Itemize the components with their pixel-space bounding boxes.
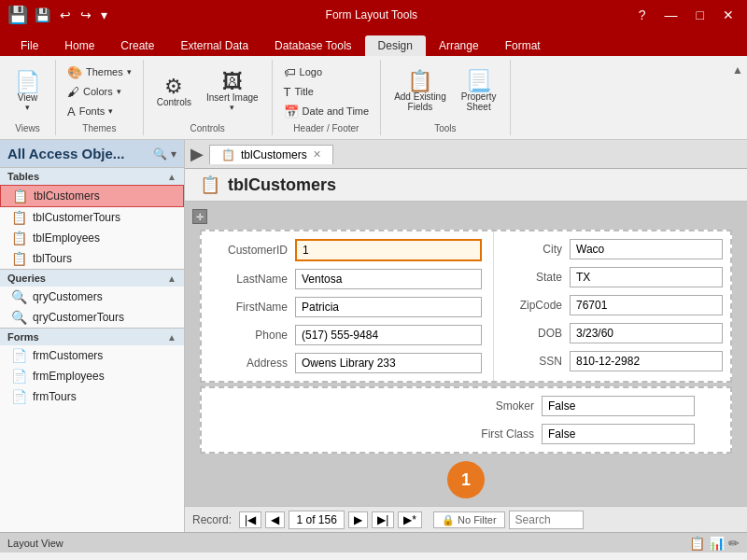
view-button[interactable]: 📄 View ▾ (9, 68, 46, 116)
minimize-button[interactable]: — (659, 6, 684, 24)
tab-database-tools[interactable]: Database Tools (261, 35, 365, 56)
sidebar-search-button[interactable]: 🔍 (153, 147, 167, 161)
controls-button[interactable]: ⚙ Controls (151, 73, 197, 111)
doc-tab-close-button[interactable]: ✕ (313, 148, 321, 161)
add-existing-fields-icon: 📋 (407, 71, 432, 91)
sidebar-item-tblcustomers[interactable]: 📋 tblCustomers (0, 185, 184, 207)
themes-button[interactable]: 🎨 Themes ▾ (63, 63, 135, 81)
qat-dropdown-button[interactable]: ▾ (98, 6, 110, 24)
undo-button[interactable]: ↩ (57, 6, 74, 24)
new-record-button[interactable]: ▶* (398, 511, 422, 528)
firstclass-field[interactable] (542, 424, 695, 444)
status-icon-design[interactable]: ✏ (728, 536, 740, 551)
form-row-state: State (494, 263, 730, 291)
close-button[interactable]: ✕ (717, 6, 740, 24)
sidebar-item-tblcustomertours[interactable]: 📋 tblCustomerTours (0, 207, 184, 228)
firstname-field[interactable] (295, 297, 482, 317)
ssn-field[interactable] (570, 351, 723, 371)
no-filter-button[interactable]: 🔒 No Filter (433, 513, 505, 526)
controls-icon: ⚙ (164, 77, 183, 97)
frmtours-icon: 📄 (11, 389, 27, 404)
prev-record-button[interactable]: ◀ (265, 511, 285, 528)
phone-field[interactable] (295, 325, 482, 345)
title-button[interactable]: T Title (280, 83, 374, 101)
tab-format[interactable]: Format (492, 35, 554, 56)
first-record-button[interactable]: |◀ (239, 511, 261, 528)
last-record-button[interactable]: ▶| (372, 511, 394, 528)
tab-external-data[interactable]: External Data (167, 35, 261, 56)
date-time-icon: 📅 (284, 105, 299, 119)
orange-circle[interactable]: 1 (447, 461, 485, 498)
ribbon-tabs: File Home Create External Data Database … (0, 30, 747, 56)
colors-button[interactable]: 🖌 Colors ▾ (63, 83, 135, 101)
tables-collapse-arrow[interactable]: ▲ (167, 172, 176, 182)
sidebar-item-frmcustomers[interactable]: 📄 frmCustomers (0, 345, 184, 366)
tblcustomers-icon: 📋 (12, 189, 28, 203)
firstname-label: FirstName (213, 301, 288, 314)
qrycustomertours-icon: 🔍 (11, 310, 27, 325)
lastname-field[interactable] (295, 269, 482, 289)
move-handle[interactable]: ✛ (192, 209, 207, 224)
redo-button[interactable]: ↪ (78, 6, 94, 24)
next-record-button[interactable]: ▶ (348, 511, 368, 528)
record-label: Record: (192, 513, 232, 526)
sidebar-item-frmemployees[interactable]: 📄 frmEmployees (0, 366, 184, 386)
tab-home[interactable]: Home (51, 35, 107, 56)
ribbon: 📄 View ▾ Views 🎨 Themes ▾ 🖌 Colors ▾ (0, 56, 747, 140)
record-number-input[interactable] (289, 511, 345, 529)
tab-create[interactable]: Create (107, 35, 167, 56)
ssn-label: SSN (501, 355, 562, 368)
state-label: State (501, 271, 562, 284)
tab-file[interactable]: File (7, 35, 51, 56)
smoker-label: Smoker (473, 399, 534, 413)
sidebar-item-tblemployees[interactable]: 📋 tblEmployees (0, 228, 184, 248)
title-bar-controls: ? — □ ✕ (633, 6, 740, 24)
sidebar-section-queries: Queries ▲ (0, 269, 184, 287)
fonts-button[interactable]: A Fonts ▾ (63, 103, 135, 120)
sidebar-menu-button[interactable]: ▾ (171, 147, 176, 161)
ribbon-collapse-button[interactable]: ▲ (728, 60, 747, 135)
status-icon-layout[interactable]: 📊 (709, 536, 725, 551)
property-sheet-button[interactable]: 📃 Property Sheet (456, 67, 502, 116)
save-button[interactable]: 💾 (32, 6, 53, 24)
city-field[interactable] (570, 239, 723, 259)
zipcode-label: ZipCode (501, 299, 562, 312)
insert-image-button[interactable]: 🖼 Insert Image ▾ (201, 68, 264, 116)
no-filter-label: 🔒 No Filter (433, 511, 505, 528)
tab-arrange[interactable]: Arrange (426, 35, 492, 56)
doc-tab-tblcustomers[interactable]: 📋 tblCustomers ✕ (209, 145, 333, 164)
title-bar-left: 💾 💾 ↩ ↪ ▾ (7, 5, 110, 25)
sidebar-item-frmtours[interactable]: 📄 frmTours (0, 386, 184, 407)
form-content: ✛ CustomerID LastName FirstName (185, 202, 747, 506)
nav-arrow[interactable]: ▶ (185, 140, 209, 168)
zipcode-field[interactable] (570, 295, 723, 315)
search-input[interactable] (509, 511, 584, 529)
ribbon-group-tools: 📋 Add Existing Fields 📃 Property Sheet T… (381, 60, 510, 135)
maximize-button[interactable]: □ (691, 6, 710, 24)
sidebar-item-qrycustomertours[interactable]: 🔍 qryCustomerTours (0, 307, 184, 328)
phone-label: Phone (213, 329, 288, 342)
date-time-button[interactable]: 📅 Date and Time (280, 103, 374, 120)
add-existing-fields-button[interactable]: 📋 Add Existing Fields (388, 67, 452, 116)
customerid-field[interactable] (295, 239, 482, 261)
ribbon-group-header-footer: 🏷 Logo T Title 📅 Date and Time Header / … (273, 60, 382, 135)
dob-field[interactable] (570, 323, 723, 343)
address-field[interactable] (295, 353, 482, 373)
help-button[interactable]: ? (633, 6, 652, 24)
sidebar-item-tbltours[interactable]: 📋 tblTours (0, 248, 184, 269)
tbltours-icon: 📋 (11, 251, 27, 266)
smoker-field[interactable] (542, 396, 695, 416)
state-field[interactable] (570, 267, 723, 287)
tab-bar: 📋 tblCustomers ✕ (209, 145, 747, 164)
form-row-firstclass: First Class (466, 420, 730, 448)
form-extra-inner: Smoker First Class (202, 392, 730, 448)
forms-collapse-arrow[interactable]: ▲ (167, 332, 176, 343)
main-area: All Access Obje... 🔍 ▾ Tables ▲ 📋 tblCus… (0, 140, 747, 532)
form-row-customerid: CustomerID (202, 235, 493, 265)
queries-collapse-arrow[interactable]: ▲ (167, 273, 176, 284)
status-icon-table[interactable]: 📋 (689, 536, 705, 551)
logo-button[interactable]: 🏷 Logo (280, 63, 374, 81)
property-sheet-icon: 📃 (466, 71, 491, 91)
sidebar-item-qrycustomers[interactable]: 🔍 qryCustomers (0, 287, 184, 307)
tab-design[interactable]: Design (365, 35, 426, 56)
